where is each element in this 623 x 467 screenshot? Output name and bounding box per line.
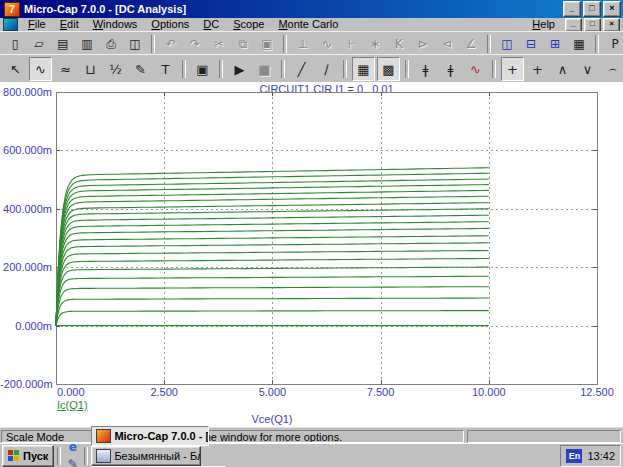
cursor-left-button[interactable]: + [501,57,524,81]
x-axis-label: Vce(Q1) [0,413,544,425]
save-all-button[interactable]: ▥ [76,33,98,55]
phase-tool-button: ∠ [460,33,482,55]
select-mode-button[interactable]: ↖ [4,57,27,81]
text-tool-button[interactable]: T [154,57,177,81]
tile-horizontal-button[interactable]: ⊟ [520,33,542,55]
valley-button[interactable]: ∨ [576,57,599,81]
x-tick-label: 7.500 [367,386,395,398]
mdi-restore-button[interactable]: □ [584,18,601,32]
source-tool-button: ∿ [316,33,338,55]
dc-analysis-plot-window[interactable]: CIRCUIT1.CIR I1 = 0...0.01 Ic(Q1) Vce(Q1… [0,82,623,427]
menu-bar: FileEditWindowsOptionsDCScopeMonte Carlo… [0,18,623,31]
data-points-toggle-button[interactable]: ▩ [377,57,400,81]
menu-item-help[interactable]: Help [524,18,563,31]
task-label: Micro-Cap 7.0.0 - [DC... [114,430,209,442]
toolbar-separator [151,35,155,53]
menu-item-windows[interactable]: Windows [86,18,145,30]
p-toolbar-button[interactable]: P [604,33,623,55]
x-tick-label: 5.000 [259,386,287,398]
ic-curve-branch-5 [56,267,489,326]
high-button[interactable]: ⌢ [601,57,623,81]
save-button[interactable]: ▤ [52,33,74,55]
go-to-branch-button[interactable]: ∿ [464,57,487,81]
y-tick-label: 400.000m [0,203,52,215]
tile-cascade-button[interactable]: ⊞ [544,33,566,55]
y-series-label[interactable]: Ic(Q1) [57,399,88,411]
ic-vce-curves-plot[interactable] [0,82,623,427]
x-tick-label: 0.000 [57,386,85,398]
close-button[interactable]: × [603,1,621,17]
go-to-y-button[interactable]: ǂ [439,57,462,81]
mdi-system-icon[interactable] [3,18,18,31]
performance-tag-button[interactable]: ✎ [129,57,152,81]
y-tick-label: -200.000m [0,378,52,390]
calculator-button[interactable]: ▦ [568,33,590,55]
status-extra [467,430,621,443]
language-indicator[interactable]: En [566,449,582,463]
toolbar-separator [182,60,186,78]
x-tick-label: 12.500 [580,386,614,398]
ground-tool-button: ⊥ [292,33,314,55]
main-toolbar: ▯▱▤▥⎙◫↶↷✂⧉▣⊥∿⊦∗K⊳⊲∠◫⊟⊞▦PG≣≋◖!▩VA [0,31,623,55]
windows-flag-icon [8,450,20,462]
ie-quick-launch-icon[interactable]: e [64,439,81,456]
mdi-minimize-button[interactable]: _ [565,18,582,32]
x-tick-label: 10.000 [472,386,506,398]
open-file-button[interactable]: ▱ [28,33,50,55]
gain-tool-button: K [388,33,410,55]
undo-button: ↶ [160,33,182,55]
title-bar: 7 Micro-Cap 7.0.0 - [DC Analysis] _ □ × [0,0,623,18]
ic-curve-branch-12 [56,215,489,325]
menu-item-edit[interactable]: Edit [53,18,86,30]
redo-button: ↷ [184,33,206,55]
toolbar-separator [281,60,285,78]
menu-item-scope[interactable]: Scope [226,18,271,30]
new-file-button[interactable]: ▯ [4,33,26,55]
task-button-micro-cap[interactable]: Micro-Cap 7.0.0 - [DC... [91,426,209,446]
print-preview-button[interactable]: ◫ [124,33,146,55]
y-tick-label: 0.000m [0,320,52,332]
polygon-tool-button[interactable]: ∕ [315,57,338,81]
peak-button[interactable]: ∧ [551,57,574,81]
y-tick-label: 200.000m [0,261,52,273]
line-tool-button[interactable]: ╱ [290,57,313,81]
app-icon[interactable]: 7 [4,2,20,17]
capacitor-tool-button: ⊦ [340,33,362,55]
tile-vertical-button[interactable]: ◫ [496,33,518,55]
windows-taskbar: Пуск e✎ Micro-Cap 7.0.0 - [DC...Безымянн… [0,443,623,467]
scale-mode-button[interactable]: ∿ [29,57,52,81]
clock[interactable]: 13:42 [587,450,615,462]
grid-toggle-button[interactable]: ▦ [352,57,375,81]
system-tray: En 13:42 [560,445,621,467]
properties-button[interactable]: ▣ [191,57,214,81]
cursor-mode-button[interactable]: ≈ [54,57,77,81]
mdi-close-button[interactable]: × [603,18,620,32]
menu-item-dc[interactable]: DC [196,18,226,30]
menu-item-monte-carlo[interactable]: Monte Carlo [271,18,345,30]
plot-border [57,93,598,385]
task-label: Безымянный - Блокнот [114,450,201,462]
toolbar-separator [405,60,409,78]
cursor-right-button[interactable]: + [526,57,549,81]
print-button[interactable]: ⎙ [100,33,122,55]
analysis-toolbar: ↖∿≈⊔½✎T▣▶■╱∕▦▩ǂǂ∿++∧∨⌢⌣Y⋀⋁♠♠▦⊕F [0,54,623,84]
y-tick-label: 800.000m [0,86,52,98]
toolbar-separator [595,35,599,53]
go-to-x-button[interactable]: ǂ [414,57,437,81]
start-button[interactable]: Пуск [2,445,54,467]
notepad-icon [96,449,111,463]
task-button-notepad[interactable]: Безымянный - Блокнот [91,446,201,466]
menu-item-options[interactable]: Options [144,18,196,30]
paste-button: ▣ [256,33,278,55]
copy-button: ⧉ [232,33,254,55]
wordpad-quick-launch-icon[interactable]: ✎ [64,456,81,467]
toolbar-separator [343,60,347,78]
restore-button[interactable]: □ [583,1,601,17]
micro-cap-window: 7 Micro-Cap 7.0.0 - [DC Analysis] _ □ × … [0,0,623,467]
minimize-button[interactable]: _ [563,1,581,17]
point-tag-button[interactable]: ½ [104,57,127,81]
run-button[interactable]: ▶ [228,57,251,81]
horizontal-scale-button[interactable]: ⊔ [79,57,102,81]
toolbar-separator [487,35,491,53]
menu-item-file[interactable]: File [21,18,53,30]
